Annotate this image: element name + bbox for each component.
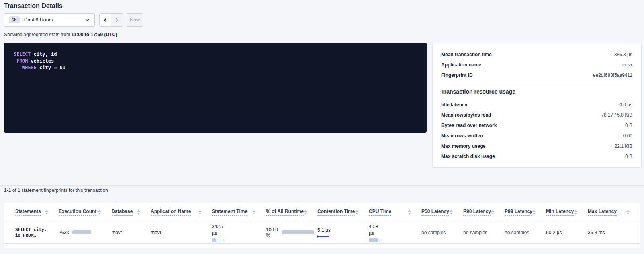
time-window-dropdown[interactable]: 6h Past 6 Hours [4,13,95,27]
column-header-application-name[interactable]: Application Name [151,209,212,216]
contention-time-bar-chart [317,235,331,239]
statement-time-bar-chart [212,238,225,242]
database-value: movr [112,230,122,235]
application-name-value: movr [151,230,161,235]
sort-icon[interactable] [137,210,140,215]
resource-value: 0.0 ns [619,102,632,107]
summary-row: Mean transaction time 386.3 µs [441,49,632,60]
resource-row: Mean rows/bytes read 78.17 / 5.8 KiB [441,110,632,120]
max-latency-cell: 36.3 ms [588,221,640,243]
sort-icon[interactable] [253,210,256,215]
resource-row: Max scratch disk usage 0 B [441,151,632,162]
time-controls: 6h Past 6 Hours Now [4,13,143,27]
column-header-execution-count[interactable]: Execution Count [59,209,112,216]
summary-label: Application name [441,62,481,68]
sql-box: SELECT city, id FROM vehicles WHERE city… [4,43,427,133]
now-button[interactable]: Now [127,13,143,27]
sql-statement: SELECT city, id FROM vehicles WHERE city… [14,51,417,71]
column-header-statement-time[interactable]: Statement Time [212,209,266,216]
resource-label: Bytes read over network [441,123,497,128]
time-window-badge: 6h [9,16,20,23]
column-label: CPU Time [369,209,391,216]
resource-label: Max scratch disk usage [441,154,495,159]
card-divider [441,84,632,84]
statement-fingerprint-link[interactable]: SELECT city, id FROM… [15,227,47,238]
column-header-contention-time[interactable]: Contention Time [317,209,369,216]
summary-value: movr [622,62,632,68]
runtime-pct-bar [282,230,314,234]
page-title: Transaction Details [4,2,63,10]
column-label: Execution Count [59,209,96,216]
summary-value: ee2df683f5aa9411 [593,72,632,78]
table-row: SELECT city, id FROM… 263k movr movr 342… [4,221,640,244]
resource-label: Max memory usage [441,143,485,149]
chevron-right-icon [114,18,118,22]
stats-caption: Showing aggregated stats from 11:00 to 1… [4,32,117,37]
table-header-row: Statements Execution Count Database Appl… [4,203,640,221]
next-interval-button[interactable] [111,14,123,26]
sort-icon[interactable] [450,210,453,215]
column-header-p50-latency[interactable]: P50 Latency [421,209,463,216]
statements-table: Statements Execution Count Database Appl… [4,203,640,248]
column-header-runtime-pct[interactable]: % of All Runtime [266,209,317,216]
sort-icon[interactable] [304,210,307,215]
stats-caption-range: 11:00 to 17:59 (UTC) [71,32,117,37]
summary-row: Fingerprint ID ee2df683f5aa9411 [441,70,632,80]
contention-time-cell: 5.1 µs [317,221,369,243]
column-label: Statements [15,209,41,216]
sort-icon[interactable] [532,210,536,215]
resource-row: Bytes read over network 0 B [441,120,632,131]
sort-icon[interactable] [574,210,577,215]
column-label: Min Latency [546,209,574,216]
summary-card: Mean transaction time 386.3 µs Applicati… [432,43,642,168]
p50-latency-cell: no samples [421,221,463,243]
p99-latency-cell: no samples [505,221,546,243]
sort-icon[interactable] [491,210,494,215]
column-header-p90-latency[interactable]: P90 Latency [463,209,505,216]
section-divider [0,185,644,186]
sql-keyword: WHERE [22,65,37,70]
sort-icon[interactable] [45,210,48,215]
sort-icon[interactable] [408,210,411,215]
column-header-p99-latency[interactable]: P99 Latency [505,209,546,216]
execution-count-bar [72,230,91,234]
execution-count-value: 263k [59,230,69,235]
min-latency-cell: 60.2 µs [546,221,588,243]
database-cell: movr [112,221,151,243]
resource-value: 22.1 KiB [615,143,632,149]
resource-usage-title: Transaction resource usage [441,88,632,95]
stats-caption-prefix: Showing aggregated stats from [4,32,70,37]
execution-count-cell: 263k [59,221,112,243]
time-window-label: Past 6 Hours [24,17,86,23]
resource-label: Mean rows/bytes read [441,112,491,118]
transaction-details-page: Transaction Details 6h Past 6 Hours Now … [0,0,644,254]
column-header-database[interactable]: Database [112,209,151,216]
column-label: Contention Time [317,209,355,216]
summary-row: Application name movr [441,60,632,70]
column-label: Max Latency [588,209,617,216]
column-header-min-latency[interactable]: Min Latency [546,209,588,216]
sort-icon[interactable] [355,210,358,215]
resource-label: Idle latency [441,102,467,107]
resource-label: Mean rows written [441,133,483,139]
sort-icon[interactable] [98,210,101,215]
column-label: Application Name [151,209,191,216]
column-header-cpu-time[interactable]: CPU Time [369,209,421,216]
resource-value: 78.17 / 5.8 KiB [601,112,632,118]
runtime-pct-cell: 100.0 % [266,221,317,243]
column-header-max-latency[interactable]: Max Latency [588,209,640,216]
sort-icon[interactable] [198,210,202,215]
resource-row: Idle latency 0.0 ns [441,100,632,110]
cpu-time-bar-chart [369,238,382,242]
resource-value: 0.00 [623,133,632,139]
sort-icon[interactable] [626,210,630,215]
prev-interval-button[interactable] [100,14,111,26]
sql-keyword: FROM [16,58,28,64]
resource-value: 0 B [625,123,632,128]
resource-value: 0 B [625,154,632,159]
chevron-down-icon [86,17,90,21]
statement-cell: SELECT city, id FROM… [15,221,59,243]
chevron-left-icon [104,18,108,22]
column-label: P50 Latency [421,209,449,216]
column-header-statements[interactable]: Statements [15,209,59,216]
